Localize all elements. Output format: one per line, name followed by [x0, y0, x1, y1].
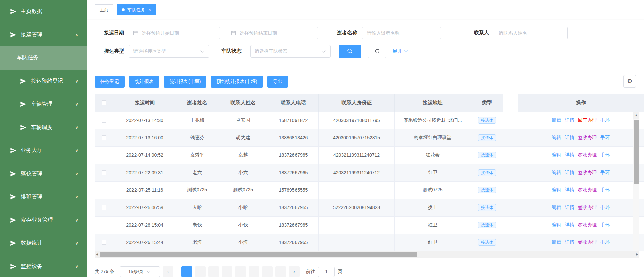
deceased-name-input[interactable]	[366, 30, 437, 36]
type-badge[interactable]: 接遗体	[478, 134, 496, 141]
row-checkbox[interactable]	[102, 223, 106, 227]
row-checkbox[interactable]	[102, 205, 106, 210]
date-end-input[interactable]	[239, 30, 314, 36]
row-checkbox[interactable]	[102, 135, 106, 140]
toolbar-button[interactable]: 任务登记	[95, 76, 125, 88]
row-checkbox[interactable]	[102, 153, 106, 157]
toolbar-button[interactable]: 统计报表	[129, 76, 159, 88]
contact-field[interactable]	[494, 27, 568, 39]
fleet-status-select[interactable]: 请选择车队状态	[250, 45, 331, 58]
wristband-link[interactable]: 手环	[600, 117, 610, 123]
select-all-checkbox[interactable]	[102, 100, 106, 105]
detail-link[interactable]: 详情	[565, 204, 574, 211]
type-badge[interactable]: 接遗体	[478, 222, 496, 228]
type-badge[interactable]: 接遗体	[478, 239, 496, 246]
goto-page-input[interactable]	[318, 267, 335, 277]
edit-link[interactable]: 编辑	[552, 204, 561, 211]
contact-input[interactable]	[498, 30, 563, 36]
edit-link[interactable]: 编辑	[552, 222, 561, 228]
wristband-link[interactable]: 手环	[600, 135, 610, 141]
page-number-button[interactable]	[195, 266, 206, 277]
detail-link[interactable]: 详情	[565, 170, 574, 176]
type-badge[interactable]: 接遗体	[478, 187, 496, 193]
sidebar-item[interactable]: 接运预约登记 ∨	[0, 70, 87, 93]
sidebar-item[interactable]: 排班管理 ∨	[0, 185, 87, 209]
view-tab[interactable]: 车队任务 ×	[117, 4, 156, 15]
detail-link[interactable]: 详情	[565, 222, 574, 228]
process-link[interactable]: 签收办理	[578, 187, 597, 193]
horizontal-scroll-thumb[interactable]	[100, 252, 417, 257]
edit-link[interactable]: 编辑	[552, 187, 561, 193]
toolbar-button[interactable]: 导出	[267, 76, 288, 88]
sidebar-item[interactable]: 车辆调度 ∨	[0, 116, 87, 139]
page-number-button[interactable]	[222, 266, 232, 277]
sidebar-item[interactable]: 殡仪管理 ∨	[0, 162, 87, 185]
wristband-link[interactable]: 手环	[600, 222, 610, 228]
process-link[interactable]: 签收办理	[578, 170, 597, 176]
sidebar-item[interactable]: 业务大厅 ∨	[0, 139, 87, 162]
type-badge[interactable]: 接遗体	[478, 152, 496, 158]
page-number-button[interactable]	[275, 266, 286, 277]
process-link[interactable]: 签收办理	[578, 204, 597, 211]
column-settings-button[interactable]: ⚙	[623, 75, 636, 88]
wristband-link[interactable]: 手环	[600, 152, 610, 158]
edit-link[interactable]: 编辑	[552, 152, 561, 158]
process-link[interactable]: 签收办理	[578, 239, 597, 245]
wristband-link[interactable]: 手环	[600, 204, 610, 211]
type-badge[interactable]: 接遗体	[478, 117, 496, 124]
page-number-button[interactable]	[181, 266, 192, 277]
edit-link[interactable]: 编辑	[552, 117, 561, 123]
detail-link[interactable]: 详情	[565, 152, 574, 158]
process-link[interactable]: 签收办理	[578, 152, 597, 158]
vertical-scroll-thumb[interactable]	[634, 120, 639, 184]
sidebar-item[interactable]: 接运管理 ∧	[0, 23, 87, 46]
row-checkbox[interactable]	[102, 118, 106, 123]
process-link[interactable]: 签收办理	[578, 135, 597, 141]
page-size-select[interactable]: 15条/页	[120, 266, 160, 277]
close-icon[interactable]: ×	[148, 8, 151, 12]
page-number-button[interactable]	[235, 266, 246, 277]
type-badge[interactable]: 接遗体	[478, 204, 496, 211]
toolbar-button[interactable]: 预约统计报表(十堰)	[211, 76, 263, 88]
type-badge[interactable]: 接遗体	[478, 169, 496, 176]
expand-toggle[interactable]: 展开	[392, 48, 409, 54]
wristband-link[interactable]: 手环	[600, 187, 610, 193]
pickup-type-select[interactable]: 请选择接运类型	[129, 45, 209, 58]
date-start-input[interactable]	[141, 30, 216, 36]
detail-link[interactable]: 详情	[565, 135, 574, 141]
refresh-button[interactable]	[368, 45, 386, 58]
vertical-scrollbar[interactable]: ▲	[633, 112, 639, 251]
detail-link[interactable]: 详情	[565, 187, 574, 193]
sidebar-item[interactable]: 车辆管理 ∨	[0, 93, 87, 116]
date-end-field[interactable]	[227, 27, 318, 39]
scroll-up-icon[interactable]: ▲	[633, 112, 639, 119]
page-number-button[interactable]	[208, 266, 219, 277]
row-checkbox[interactable]	[102, 188, 106, 192]
sidebar-item[interactable]: 监控设备 ∨	[0, 255, 87, 277]
sidebar-item[interactable]: 寄存业务管理 ∨	[0, 209, 87, 232]
view-tab[interactable]: 主页	[95, 4, 113, 15]
row-checkbox[interactable]	[102, 240, 106, 245]
scroll-left-icon[interactable]: ◀	[95, 253, 99, 256]
process-link[interactable]: 签收办理	[578, 222, 597, 228]
wristband-link[interactable]: 手环	[600, 239, 610, 245]
process-link[interactable]: 回车办理	[578, 117, 597, 123]
edit-link[interactable]: 编辑	[552, 239, 561, 245]
prev-page-button[interactable]: ‹	[163, 266, 173, 277]
wristband-link[interactable]: 手环	[600, 170, 610, 176]
sidebar-item[interactable]: 数据统计 ∨	[0, 232, 87, 255]
toolbar-button[interactable]: 统计报表(十堰)	[164, 76, 206, 88]
page-number-button[interactable]	[249, 266, 259, 277]
detail-link[interactable]: 详情	[565, 117, 574, 123]
sidebar-item[interactable]: 车队任务	[0, 46, 87, 70]
page-number-button[interactable]	[262, 266, 273, 277]
date-start-field[interactable]	[129, 27, 220, 39]
detail-link[interactable]: 详情	[565, 239, 574, 245]
edit-link[interactable]: 编辑	[552, 135, 561, 141]
next-page-button[interactable]: ›	[289, 266, 300, 277]
row-checkbox[interactable]	[102, 170, 106, 175]
scroll-right-icon[interactable]: ▶	[635, 253, 639, 256]
sidebar-item[interactable]: 主页数据	[0, 0, 87, 23]
deceased-name-field[interactable]	[362, 27, 441, 39]
horizontal-scrollbar[interactable]: ◀ ▶	[95, 251, 639, 258]
